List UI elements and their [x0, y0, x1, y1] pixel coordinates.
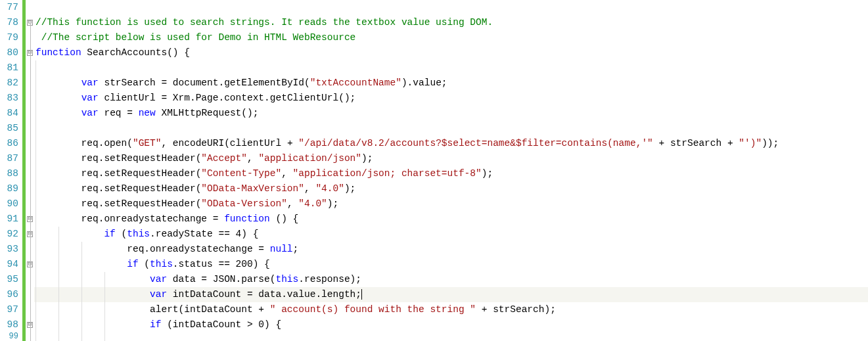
code-line[interactable]: var req = new XMLHttpRequest();	[34, 106, 868, 121]
line-number: 77	[0, 0, 22, 15]
code-line[interactable]: var strSearch = document.getElementById(…	[34, 76, 868, 91]
line-number: 99	[0, 332, 22, 341]
line-number: 98	[0, 317, 22, 332]
text-cursor	[361, 289, 362, 300]
code-line[interactable]: if (this.status == 200) {	[34, 257, 868, 272]
line-number: 85	[0, 121, 22, 136]
line-number: 91	[0, 212, 22, 227]
line-number-gutter: 77 78 79 80 81 82 83 84 85 86 87 88 89 9…	[0, 0, 22, 341]
line-number: 86	[0, 136, 22, 151]
code-editor[interactable]: 77 78 79 80 81 82 83 84 85 86 87 88 89 9…	[0, 0, 868, 341]
code-text-area[interactable]: //This function is used to search string…	[34, 0, 868, 341]
code-line[interactable]: var clientUrl = Xrm.Page.context.getClie…	[34, 91, 868, 106]
code-line[interactable]: req.setRequestHeader("OData-Version", "4…	[34, 196, 868, 212]
line-number: 95	[0, 272, 22, 287]
line-number: 78	[0, 15, 22, 30]
line-number: 82	[0, 76, 22, 91]
code-line[interactable]: if (intDataCount > 0) {	[34, 317, 868, 332]
line-number: 87	[0, 151, 22, 166]
code-line[interactable]	[34, 332, 868, 341]
line-number: 83	[0, 91, 22, 106]
line-number: 89	[0, 181, 22, 196]
code-line[interactable]: req.onreadystatechange = null;	[34, 242, 868, 257]
code-line[interactable]	[34, 60, 868, 76]
code-line[interactable]: req.setRequestHeader("OData-MaxVersion",…	[34, 181, 868, 196]
code-line[interactable]: function SearchAccounts() {	[34, 45, 868, 60]
code-line[interactable]: //This function is used to search string…	[34, 15, 868, 30]
line-number: 84	[0, 106, 22, 121]
code-line[interactable]	[34, 121, 868, 136]
line-number: 96	[0, 287, 22, 302]
code-line[interactable]: req.setRequestHeader("Accept", "applicat…	[34, 151, 868, 166]
fold-gutter: ⊟ ⊟ ⊟ ⊟ ⊟ ⊟	[26, 0, 34, 341]
line-number: 88	[0, 166, 22, 181]
line-number: 81	[0, 60, 22, 76]
code-line[interactable]	[34, 0, 868, 15]
line-number: 79	[0, 30, 22, 45]
line-number: 97	[0, 302, 22, 317]
line-number: 92	[0, 227, 22, 242]
line-number: 93	[0, 242, 22, 257]
code-line[interactable]: alert(intDataCount + " account(s) found …	[34, 302, 868, 317]
code-line[interactable]: req.open("GET", encodeURI(clientUrl + "/…	[34, 136, 868, 151]
code-line[interactable]: var data = JSON.parse(this.response);	[34, 272, 868, 287]
line-number: 94	[0, 257, 22, 272]
code-line-current[interactable]: var intDataCount = data.value.length;	[34, 287, 868, 302]
code-line[interactable]: req.setRequestHeader("Content-Type", "ap…	[34, 166, 868, 181]
code-line[interactable]: req.onreadystatechange = function () {	[34, 212, 868, 227]
line-number: 80	[0, 45, 22, 60]
code-line[interactable]: //The script below is used for Demo in H…	[34, 30, 868, 45]
code-line[interactable]: if (this.readyState == 4) {	[34, 227, 868, 242]
line-number: 90	[0, 196, 22, 212]
